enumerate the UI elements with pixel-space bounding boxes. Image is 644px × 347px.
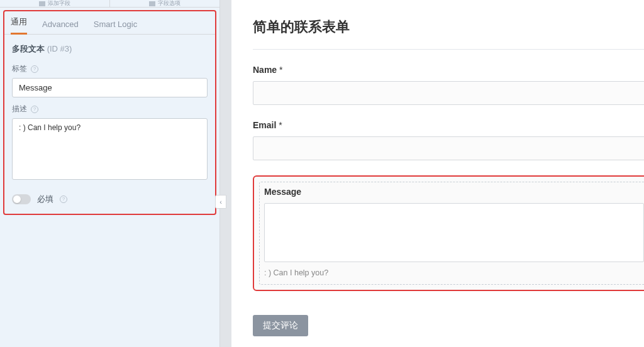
description-input[interactable] [12,118,208,180]
preview-form-title: 简单的联系表单 [253,18,644,36]
collapse-sidebar-button[interactable]: ‹ [215,195,226,209]
preview-message-field-selected[interactable]: Message : ) Can I help you? [253,175,644,291]
preview-email-input[interactable] [253,136,644,160]
label-input[interactable] [12,78,208,97]
section-title: 多段文本 (ID #3) [4,35,215,57]
settings-highlight: 通用 Advanced Smart Logic 多段文本 (ID #3) 标签 … [3,10,216,215]
required-row: 必填 ? [4,180,215,205]
settings-sub-tabs: 通用 Advanced Smart Logic [4,11,215,35]
tab-smart-logic[interactable]: Smart Logic [94,19,137,34]
required-toggle[interactable] [12,194,31,204]
help-icon[interactable]: ? [31,65,38,73]
help-icon[interactable]: ? [31,106,38,113]
sidebar-top-tabs: 添加字段 字段选项 [0,0,219,8]
settings-sidebar: 添加字段 字段选项 通用 Advanced Smart Logic 多段文本 (… [0,0,220,347]
preview-area: 简单的联系表单 Name * Email * Message : ) C [220,0,644,347]
label-for-description: 描述 ? [4,97,215,118]
preview-message-help: : ) Can I help you? [264,268,644,277]
preview-message-label: Message [264,187,644,197]
label-for-label: 标签 ? [4,57,215,78]
tab-general[interactable]: 通用 [11,16,27,35]
help-icon[interactable]: ? [60,196,67,203]
form-preview: 简单的联系表单 Name * Email * Message : ) C [231,0,644,347]
tab-add-field[interactable]: 添加字段 [0,0,109,7]
add-field-icon [39,1,45,6]
preview-email-label: Email * [253,120,644,130]
preview-name-input[interactable] [253,81,644,105]
preview-message-textarea[interactable] [264,203,644,262]
tab-field-options-label: 字段选项 [158,0,180,8]
tab-add-field-label: 添加字段 [48,0,70,8]
submit-button[interactable]: 提交评论 [253,315,308,336]
preview-name-field[interactable]: Name * [253,65,644,105]
tab-advanced[interactable]: Advanced [42,19,79,34]
required-label: 必填 [37,194,53,205]
tab-field-options[interactable]: 字段选项 [109,0,219,7]
field-options-icon [149,1,155,6]
preview-divider [253,49,644,50]
preview-email-field[interactable]: Email * [253,120,644,160]
toggle-knob [13,196,21,203]
preview-name-label: Name * [253,65,644,75]
